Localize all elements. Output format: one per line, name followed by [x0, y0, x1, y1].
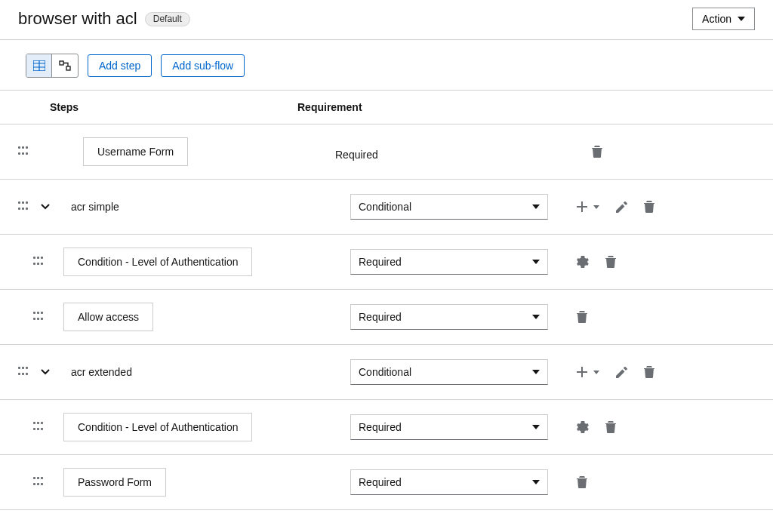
table-header: Steps Requirement [0, 90, 773, 125]
drag-handle[interactable] [33, 477, 44, 487]
pencil-icon-button[interactable] [616, 367, 627, 378]
drag-handle[interactable] [18, 201, 29, 212]
requirement-value: Conditional [359, 201, 411, 213]
page-title: browser with acl [18, 9, 137, 29]
step-box: Password Form [63, 468, 166, 497]
requirement-value: Conditional [359, 366, 411, 378]
toolbar: Add step Add sub-flow [0, 54, 773, 90]
requirement-static: Required [297, 143, 378, 161]
caret-down-icon [532, 315, 540, 319]
default-badge: Default [145, 12, 190, 26]
requirement-select[interactable]: Conditional [350, 194, 548, 220]
chevron-down-icon[interactable] [41, 204, 53, 210]
drag-handle[interactable] [18, 367, 29, 377]
plus-icon-button[interactable] [577, 201, 587, 212]
trash-icon-button[interactable] [644, 201, 654, 213]
caret-down-icon [532, 425, 540, 429]
requirement-value: Required [359, 421, 402, 433]
trash-icon-button[interactable] [605, 256, 616, 268]
trash-icon-button[interactable] [605, 421, 616, 433]
caret-menu-button[interactable] [593, 205, 599, 209]
col-header-steps: Steps [18, 101, 297, 113]
chevron-down-icon[interactable] [41, 369, 53, 375]
col-header-requirement: Requirement [297, 101, 569, 113]
rows-container: Username FormRequiredacr simpleCondition… [0, 125, 773, 510]
step-box: Username Form [83, 137, 188, 166]
flow-row-acr-extended-cond: Condition - Level of AuthenticationRequi… [0, 400, 773, 455]
action-dropdown[interactable]: Action [692, 8, 755, 30]
requirement-select[interactable]: Required [350, 304, 548, 330]
caret-down-icon [532, 480, 540, 484]
caret-menu-button[interactable] [593, 371, 599, 374]
trash-icon-button[interactable] [592, 146, 602, 158]
flow-row-acr-simple: acr simpleConditional [0, 180, 773, 235]
trash-icon-button[interactable] [577, 311, 587, 323]
drag-handle[interactable] [33, 312, 44, 322]
pencil-icon-button[interactable] [616, 201, 627, 213]
subflow-label: acr simple [71, 198, 119, 216]
add-step-button[interactable]: Add step [88, 54, 152, 77]
requirement-select[interactable]: Conditional [350, 359, 548, 385]
requirement-value: Required [359, 256, 402, 268]
flow-row-acr-extended-pass: Password FormRequired [0, 455, 773, 510]
caret-down-icon [532, 204, 540, 209]
add-subflow-button[interactable]: Add sub-flow [161, 54, 245, 77]
step-box: Allow access [63, 303, 153, 331]
subflow-label: acr extended [71, 363, 132, 381]
diagram-icon [59, 60, 71, 71]
step-box: Condition - Level of Authentication [63, 248, 252, 276]
svg-rect-5 [66, 66, 70, 70]
flow-row-acr-extended: acr extendedConditional [0, 345, 773, 400]
trash-icon-button[interactable] [577, 476, 587, 488]
table-view-button[interactable] [26, 54, 52, 77]
requirement-select[interactable]: Required [350, 414, 548, 440]
svg-rect-4 [60, 61, 63, 65]
table-icon [33, 60, 45, 71]
trash-icon-button[interactable] [644, 366, 654, 378]
flow-row-acr-simple-cond: Condition - Level of AuthenticationRequi… [0, 235, 773, 290]
diagram-view-button[interactable] [52, 54, 78, 77]
drag-handle[interactable] [33, 422, 44, 432]
flow-row-acr-simple-allow: Allow accessRequired [0, 290, 773, 345]
requirement-value: Required [359, 476, 402, 488]
caret-down-icon [532, 370, 540, 374]
requirement-select[interactable]: Required [350, 249, 548, 275]
caret-down-icon [738, 17, 745, 21]
action-label: Action [702, 13, 731, 25]
drag-handle[interactable] [33, 257, 44, 267]
flow-row-username: Username FormRequired [0, 125, 773, 180]
plus-icon-button[interactable] [577, 367, 587, 377]
requirement-select[interactable]: Required [350, 469, 548, 495]
gear-icon-button[interactable] [577, 421, 589, 433]
page-header: browser with acl Default Action [0, 0, 773, 40]
gear-icon-button[interactable] [577, 256, 589, 268]
requirement-value: Required [359, 311, 402, 323]
step-box: Condition - Level of Authentication [63, 413, 252, 441]
view-toggle [26, 54, 79, 78]
drag-handle[interactable] [18, 146, 29, 157]
caret-down-icon [532, 260, 540, 264]
